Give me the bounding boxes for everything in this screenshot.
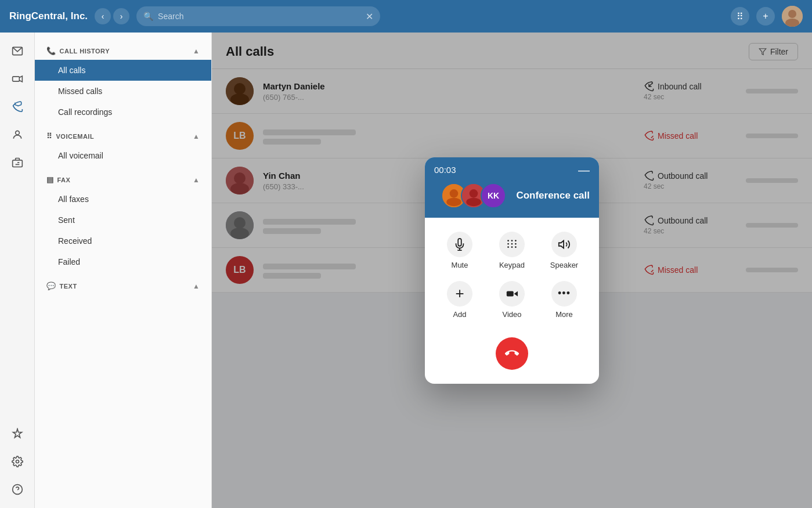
fax-header[interactable]: ▤ FAX ▲ — [35, 171, 211, 189]
sidebar-section-voicemail: ⠿ VOICEMAIL ▲ All voicemail — [35, 127, 211, 166]
fax-chevron: ▲ — [193, 176, 200, 184]
speaker-label: Speaker — [550, 261, 578, 269]
phone-icon-btn[interactable] — [6, 95, 29, 118]
more-label: More — [555, 310, 573, 319]
end-call-button[interactable] — [496, 337, 528, 370]
search-clear-icon[interactable]: ✕ — [366, 11, 373, 22]
more-icon: ••• — [551, 281, 577, 307]
svg-marker-42 — [559, 240, 564, 248]
sidebar-item-missed-calls[interactable]: Missed calls — [35, 81, 211, 102]
search-icon: 🔍 — [143, 12, 153, 21]
add-icon: + — [447, 281, 472, 307]
svg-point-33 — [507, 240, 509, 242]
sidebar-section-text: 💬 TEXT ▲ — [35, 277, 211, 295]
svg-point-40 — [511, 246, 513, 248]
sidebar-item-received[interactable]: Received — [35, 230, 211, 251]
video-icon-btn[interactable] — [6, 67, 29, 91]
end-call-area — [436, 333, 587, 372]
add-button[interactable]: + — [756, 7, 775, 26]
end-call-icon — [505, 347, 519, 361]
svg-point-1 — [788, 10, 796, 18]
sidebar-item-all-calls[interactable]: All calls — [35, 60, 211, 81]
fax-icon-btn[interactable] — [6, 151, 29, 174]
search-bar: 🔍 ✕ — [136, 6, 380, 26]
conference-modal: 00:03 — KK Conference call — [425, 157, 599, 384]
participant-avatar-3: KK — [481, 183, 506, 208]
main-content: All calls Filter Martyn Daniele (650 — [212, 33, 812, 508]
voicemail-chevron: ▲ — [193, 132, 200, 140]
add-action[interactable]: + Add — [436, 281, 483, 319]
svg-point-41 — [515, 246, 517, 248]
svg-rect-6 — [12, 160, 22, 167]
svg-point-38 — [515, 243, 517, 244]
svg-point-39 — [507, 246, 509, 248]
plugins-icon-btn[interactable] — [6, 422, 29, 445]
modal-close-button[interactable]: — — [578, 164, 590, 176]
modal-overlay: 00:03 — KK Conference call — [212, 33, 812, 508]
call-history-chevron: ▲ — [193, 47, 200, 55]
nav-arrows: ‹ › — [95, 8, 129, 24]
svg-point-30 — [466, 197, 481, 206]
help-icon-btn[interactable] — [6, 478, 29, 501]
mute-action[interactable]: Mute — [436, 232, 483, 269]
grid-menu-button[interactable]: ⠿ — [731, 7, 749, 26]
icon-bar — [0, 33, 35, 508]
svg-point-10 — [16, 460, 19, 463]
contacts-icon-btn[interactable] — [6, 123, 29, 146]
keypad-action[interactable]: Keypad — [489, 232, 535, 269]
sidebar-item-failed[interactable]: Failed — [35, 251, 211, 272]
svg-point-27 — [446, 197, 461, 206]
svg-point-36 — [507, 243, 509, 244]
messages-icon-btn[interactable] — [6, 39, 29, 63]
video-action-icon — [499, 281, 525, 307]
sidebar: 📞 CALL HISTORY ▲ All calls Missed calls … — [35, 33, 212, 508]
fax-title: ▤ FAX — [46, 175, 70, 184]
keypad-label: Keypad — [499, 261, 525, 269]
sidebar-item-all-voicemail[interactable]: All voicemail — [35, 145, 211, 166]
call-history-header[interactable]: 📞 CALL HISTORY ▲ — [35, 42, 211, 60]
user-avatar[interactable] — [782, 6, 803, 27]
svg-point-37 — [511, 243, 513, 244]
forward-button[interactable]: › — [113, 8, 129, 24]
back-button[interactable]: ‹ — [95, 8, 111, 24]
voicemail-header[interactable]: ⠿ VOICEMAIL ▲ — [35, 127, 211, 145]
mute-label: Mute — [452, 261, 468, 269]
modal-header: 00:03 — — [425, 157, 599, 183]
text-title: 💬 TEXT — [46, 282, 77, 290]
sidebar-section-fax: ▤ FAX ▲ All faxes Sent Received Failed — [35, 171, 211, 272]
settings-icon-btn[interactable] — [6, 450, 29, 473]
svg-marker-44 — [514, 291, 518, 296]
app-title: RingCentral, Inc. — [9, 10, 88, 22]
search-input[interactable] — [158, 12, 361, 21]
more-action[interactable]: ••• More — [541, 281, 587, 319]
svg-point-34 — [511, 240, 513, 242]
svg-point-5 — [15, 131, 19, 135]
voicemail-title: ⠿ VOICEMAIL — [46, 132, 94, 140]
video-label: Video — [502, 310, 521, 319]
text-header[interactable]: 💬 TEXT ▲ — [35, 277, 211, 295]
text-chevron: ▲ — [193, 282, 200, 290]
svg-point-26 — [450, 189, 459, 198]
participants-area: KK — [441, 183, 509, 208]
sidebar-item-all-faxes[interactable]: All faxes — [35, 189, 211, 210]
conference-title: Conference call — [516, 190, 590, 201]
main-layout: 📞 CALL HISTORY ▲ All calls Missed calls … — [0, 33, 812, 508]
sidebar-item-call-recordings[interactable]: Call recordings — [35, 102, 211, 123]
call-history-title: 📞 CALL HISTORY — [46, 46, 110, 55]
video-action[interactable]: Video — [489, 281, 535, 319]
sidebar-section-call-history: 📞 CALL HISTORY ▲ All calls Missed calls … — [35, 42, 211, 123]
mute-icon — [447, 232, 472, 257]
add-label: Add — [453, 310, 466, 319]
icon-bar-bottom — [6, 422, 29, 508]
call-timer: 00:03 — [434, 165, 456, 175]
speaker-action[interactable]: Speaker — [541, 232, 587, 269]
header-right: ⠿ + — [731, 6, 803, 27]
actions-grid: Mute Keypad — [436, 232, 587, 319]
keypad-icon — [499, 232, 525, 257]
sidebar-item-sent[interactable]: Sent — [35, 210, 211, 230]
modal-body: Mute Keypad — [425, 218, 599, 384]
svg-point-29 — [470, 189, 478, 198]
top-header: RingCentral, Inc. ‹ › 🔍 ✕ ⠿ + — [0, 0, 812, 33]
svg-point-35 — [515, 240, 517, 242]
svg-rect-4 — [12, 77, 19, 81]
